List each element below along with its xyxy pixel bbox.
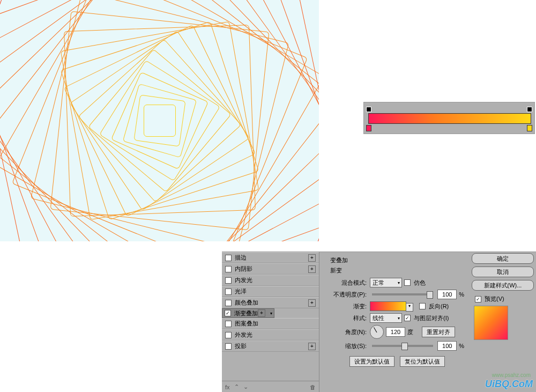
gradient-overlay-panel: 变叠加 新变 混合模式: 正常 仿色 不透明度(P): 100 % 渐变: 反向… (325, 252, 470, 373)
effect-label: 颜色叠加 (235, 299, 258, 307)
set-default-button[interactable]: 设置为默认值 (349, 356, 394, 367)
effect-row-7[interactable]: 外发光 (222, 329, 319, 341)
reset-default-button[interactable]: 复位为默认值 (400, 356, 445, 367)
opacity-slider[interactable] (372, 293, 433, 295)
effect-checkbox[interactable] (225, 300, 232, 306)
scale-input[interactable]: 100 (437, 341, 457, 351)
align-label: 与图层对齐(I) (414, 314, 449, 322)
opacity-stop-right[interactable] (527, 107, 532, 112)
preview-swatch (474, 306, 508, 340)
panel-title: 变叠加 (330, 256, 464, 264)
reset-align-button[interactable]: 重置对齐 (422, 327, 455, 337)
add-effect-icon[interactable]: + (308, 254, 316, 262)
effect-label: 外发光 (235, 331, 252, 339)
preview-checkbox[interactable]: ✓ (475, 296, 481, 302)
effect-checkbox[interactable] (225, 332, 232, 338)
blend-label: 混合模式: (330, 279, 368, 287)
gradient-editor[interactable] (363, 102, 535, 134)
add-effect-icon[interactable]: + (308, 265, 316, 273)
effect-row-5[interactable]: ✓渐变叠加+ (222, 308, 274, 318)
add-effect-icon[interactable]: + (308, 343, 316, 350)
up-icon[interactable]: ⌃ (234, 383, 239, 390)
watermark-url: www.psahz.com (492, 372, 531, 378)
add-effect-icon[interactable]: + (308, 299, 316, 307)
angle-label: 角度(N): (330, 328, 368, 336)
effect-label: 图案叠加 (235, 320, 258, 328)
effect-label: 光泽 (235, 287, 247, 295)
effect-label: 描边 (235, 254, 247, 262)
effect-checkbox[interactable] (225, 277, 232, 284)
panel-subtitle: 新变 (330, 267, 464, 275)
preview-label: 预览(V) (485, 295, 504, 303)
effect-row-4[interactable]: 颜色叠加+ (222, 297, 319, 308)
blend-mode-select[interactable]: 正常 (370, 278, 402, 287)
down-icon[interactable]: ⌄ (243, 383, 248, 390)
effect-label: 内阴影 (235, 265, 252, 273)
angle-input[interactable]: 120 (386, 327, 405, 337)
reverse-label: 反向(R) (429, 302, 449, 310)
align-checkbox[interactable]: ✓ (404, 315, 411, 321)
gradient-label: 渐变: (330, 302, 368, 310)
scale-label: 缩放(S): (330, 342, 368, 350)
ok-button[interactable]: 确定 (472, 253, 534, 264)
scale-slider[interactable] (372, 345, 433, 347)
dialog-buttons: 确定 取消 新建样式(W)... (472, 253, 534, 291)
opacity-stop-left[interactable] (366, 107, 371, 112)
color-stop-left[interactable] (366, 125, 371, 131)
dither-checkbox[interactable] (404, 279, 411, 286)
effect-row-2[interactable]: 内发光 (222, 275, 319, 286)
opacity-input[interactable]: 100 (437, 290, 457, 299)
new-style-button[interactable]: 新建样式(W)... (472, 280, 534, 291)
fx-icon[interactable]: fx (225, 384, 230, 390)
trash-icon[interactable]: 🗑 (310, 384, 316, 390)
effects-list: 描边+内阴影+内发光光泽颜色叠加+✓渐变叠加+图案叠加外发光投影+fx⌃⌄🗑 (222, 252, 319, 392)
effect-row-0[interactable]: 描边+ (222, 252, 319, 263)
angle-dial[interactable] (370, 325, 384, 339)
effect-label: 内发光 (235, 276, 252, 284)
effect-label: 投影 (235, 342, 247, 350)
cancel-button[interactable]: 取消 (472, 267, 534, 277)
gradient-select[interactable] (370, 301, 406, 311)
effect-checkbox[interactable] (225, 255, 232, 261)
effect-checkbox[interactable] (225, 266, 232, 272)
effect-checkbox[interactable]: ✓ (225, 310, 231, 316)
effect-checkbox[interactable] (225, 321, 232, 327)
style-select[interactable]: 线性 (370, 313, 402, 323)
add-effect-icon[interactable]: + (258, 309, 265, 317)
artwork-canvas: (function(){ var c=document.querySelecto… (0, 0, 319, 241)
layer-style-dialog: 描边+内阴影+内发光光泽颜色叠加+✓渐变叠加+图案叠加外发光投影+fx⌃⌄🗑 变… (222, 252, 536, 392)
gradient-bar[interactable] (368, 113, 531, 124)
effect-label: 渐变叠加 (234, 309, 258, 317)
effect-row-3[interactable]: 光泽 (222, 286, 319, 297)
effect-checkbox[interactable] (225, 343, 232, 350)
opacity-label: 不透明度(P): (330, 291, 368, 299)
dither-label: 仿色 (414, 279, 426, 287)
reverse-checkbox[interactable] (419, 303, 426, 309)
effect-row-1[interactable]: 内阴影+ (222, 263, 319, 275)
watermark: UiBQ.CoM (485, 379, 533, 390)
effect-row-8[interactable]: 投影+ (222, 341, 319, 352)
style-label: 样式: (330, 314, 368, 322)
effect-row-6[interactable]: 图案叠加 (222, 318, 319, 329)
color-stop-right[interactable] (527, 125, 532, 131)
effect-checkbox[interactable] (225, 289, 232, 295)
